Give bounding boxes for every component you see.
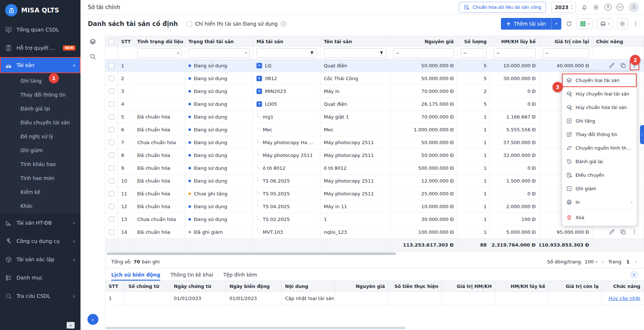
row-checkbox[interactable] xyxy=(109,140,114,145)
add-asset-button[interactable]: +Thêm tài sản ▾ xyxy=(501,18,561,30)
column-header[interactable]: Mã tài sản xyxy=(253,36,321,46)
scrollbar-thumb[interactable] xyxy=(107,252,396,255)
select-all-checkbox[interactable] xyxy=(109,39,114,44)
row-checkbox[interactable] xyxy=(109,229,114,235)
sidebar-collapse-button[interactable]: « xyxy=(67,322,75,329)
sidebar-subitem[interactable]: Tính khấu hao xyxy=(0,157,80,171)
filter-numeric-input[interactable]: = xyxy=(543,48,589,58)
row-checkbox[interactable] xyxy=(109,101,114,107)
context-menu-item[interactable]: Điều chuyển xyxy=(562,168,637,182)
expand-rail-button[interactable]: › xyxy=(87,314,98,325)
in-use-checkbox[interactable] xyxy=(187,21,192,27)
sidebar-subitem[interactable]: Điều chuyển tài sản xyxy=(0,116,80,130)
duplicate-row-button[interactable] xyxy=(620,229,626,235)
row-checkbox[interactable] xyxy=(109,178,114,184)
context-menu-item[interactable]: Xóa xyxy=(562,211,637,224)
context-menu-item[interactable]: Chuyển nguồn hình thành xyxy=(562,141,637,155)
row-checkbox[interactable] xyxy=(109,89,114,94)
year-selector[interactable]: 2023 ▴▾ xyxy=(551,2,576,13)
row-more-button[interactable] xyxy=(631,229,638,235)
column-header[interactable]: Nguyên giá xyxy=(390,36,457,46)
table-row[interactable]: 1Đang sử dụng+LQQuạt điện50.000.000 Đ510… xyxy=(105,59,644,72)
bottom-scrollbar[interactable] xyxy=(105,327,405,329)
row-checkbox[interactable] xyxy=(109,191,114,196)
sidebar-subitem[interactable]: Ghi tăng xyxy=(0,74,80,88)
sidebar-item[interactable]: Hỗ trợ quyết toánNEW xyxy=(0,39,80,57)
context-menu-item[interactable]: Chuyển loại tài sản xyxy=(562,74,637,87)
sidebar-subitem[interactable]: Đề nghị xử lý xyxy=(0,130,80,143)
equals-operator[interactable]: = xyxy=(396,50,400,56)
horizontal-scrollbar[interactable] xyxy=(105,252,644,255)
context-menu-item[interactable]: Hủy chuyển loại tài sản xyxy=(562,87,637,101)
equals-operator[interactable]: = xyxy=(496,50,500,56)
context-menu-item[interactable]: Ghi tăng xyxy=(562,114,637,128)
search-icon[interactable] xyxy=(89,53,96,60)
tab[interactable]: Thông tin kê khai xyxy=(171,269,213,281)
filter-text-input[interactable] xyxy=(257,48,317,58)
edit-row-button[interactable] xyxy=(609,62,615,69)
next-page-button[interactable]: › xyxy=(634,259,638,265)
column-header[interactable]: HM/KH lũy kế xyxy=(490,36,539,46)
equals-operator[interactable]: = xyxy=(545,50,549,56)
sidebar-subitem[interactable]: Khác xyxy=(0,199,80,213)
table-row[interactable]: 14Đã chuẩn hóaĐã ghi giảmMVT.103nqloi_12… xyxy=(105,226,644,239)
filter-numeric-input[interactable]: = xyxy=(461,48,487,58)
expand-row-icon[interactable]: + xyxy=(257,89,262,94)
row-checkbox[interactable] xyxy=(109,204,114,209)
filter-dropdown[interactable]: ▾ xyxy=(188,48,250,58)
column-header[interactable]: Tên tài sản xyxy=(321,36,390,46)
context-menu-item[interactable]: Thay đổi thông tin xyxy=(562,128,637,141)
context-menu-item[interactable]: In› xyxy=(562,195,637,209)
prev-page-button[interactable]: ‹ xyxy=(601,259,604,265)
filter-dropdown[interactable]: ▾ xyxy=(137,48,181,58)
sidebar-subitem[interactable]: Thay đổi thông tin xyxy=(0,88,80,102)
duplicate-row-button[interactable] xyxy=(620,62,626,69)
row-checkbox[interactable] xyxy=(109,153,114,158)
column-header[interactable]: Trạng thái tài sản xyxy=(185,36,253,46)
in-use-filter[interactable]: Chỉ hiển thị tài sản Đang sử dụng i xyxy=(187,21,286,27)
sidebar-subitem[interactable]: Ghi giảm xyxy=(0,143,80,157)
column-header[interactable]: Tình trạng dữ liệu xyxy=(134,36,185,46)
sidebar-item[interactable]: Công cụ dụng cụ∨ xyxy=(0,232,80,250)
filter-numeric-input[interactable]: = xyxy=(494,48,536,58)
filter-funnel-icon[interactable] xyxy=(379,50,384,55)
filter-numeric-input[interactable]: = xyxy=(393,48,454,58)
info-icon[interactable]: i xyxy=(281,21,286,27)
sidebar-item[interactable]: Tra cứu CSDL∨ xyxy=(0,287,80,305)
column-header[interactable]: Chức năng xyxy=(593,36,644,46)
history-row[interactable]: 101/01/202301/01/2023Cập nhật loại tài s… xyxy=(105,292,644,305)
row-checkbox[interactable] xyxy=(109,127,114,132)
sidebar-subitem[interactable]: Kiểm kê xyxy=(0,185,80,199)
standardize-data-button[interactable]: Chuẩn hóa dữ liệu tài sản công xyxy=(459,2,546,13)
context-menu-item[interactable]: Ghi giảm xyxy=(562,182,637,195)
rows-per-page-select[interactable]: 100▾ xyxy=(585,259,597,265)
tab[interactable]: Tệp đính kèm xyxy=(224,269,257,281)
row-checkbox[interactable] xyxy=(109,76,114,81)
sidebar-item[interactable]: Tài sản xác lập∨ xyxy=(0,250,80,269)
right-panel-handle[interactable]: ‹ xyxy=(640,125,644,144)
sidebar-subitem[interactable]: Đánh giá lại xyxy=(0,102,80,116)
more-options-icon[interactable]: ⋯ xyxy=(617,4,624,11)
edit-row-button[interactable] xyxy=(609,229,615,235)
column-header[interactable]: Số lượng xyxy=(457,36,490,46)
sidebar-subitem[interactable]: Tính hao mòn xyxy=(0,171,80,185)
row-checkbox[interactable] xyxy=(109,165,114,171)
cancel-update-link[interactable]: Hủy cập nhật xyxy=(609,296,640,301)
avatar[interactable] xyxy=(629,2,639,12)
sidebar-item[interactable]: Tài sản∧ xyxy=(0,57,80,73)
row-checkbox[interactable] xyxy=(109,114,114,120)
more-tools-icon[interactable] xyxy=(632,20,639,27)
equals-operator[interactable]: = xyxy=(463,50,467,56)
row-checkbox[interactable] xyxy=(109,63,114,68)
print-button[interactable]: ▾ xyxy=(597,18,613,29)
filter-text-input[interactable] xyxy=(324,48,386,58)
grid-settings-button[interactable] xyxy=(617,18,628,29)
help-icon[interactable]: ? xyxy=(604,4,611,11)
export-excel-button[interactable]: ▾ xyxy=(577,18,592,29)
tab[interactable]: Lịch sử biến động xyxy=(111,269,160,281)
expand-row-icon[interactable]: + xyxy=(257,76,262,81)
filter-funnel-icon[interactable] xyxy=(310,50,314,55)
group-layers-icon[interactable] xyxy=(89,38,96,45)
expand-row-icon[interactable]: + xyxy=(257,63,262,68)
settings-gear-icon[interactable] xyxy=(593,4,599,11)
